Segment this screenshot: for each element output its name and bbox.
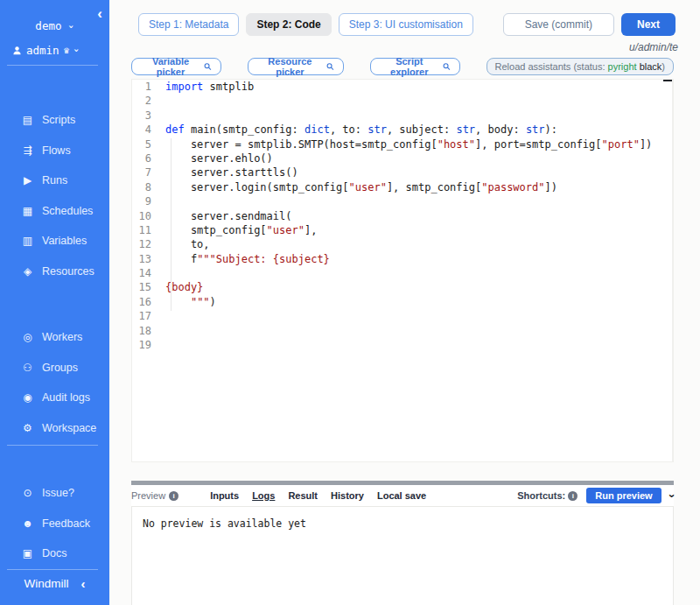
sidebar-item-scripts[interactable]: ▤Scripts — [0, 105, 109, 136]
preview-output: No preview is available yet — [131, 506, 674, 605]
runs-icon: ▶ — [21, 174, 34, 186]
github-icon: ⊙ — [21, 487, 34, 499]
scripts-icon: ▤ — [21, 114, 34, 126]
preview-tab-history[interactable]: History — [331, 490, 364, 501]
code-line[interactable]: 3 — [132, 109, 673, 123]
code-text — [151, 309, 165, 323]
line-number: 6 — [132, 151, 151, 165]
info-icon[interactable]: i — [169, 491, 178, 501]
chevron-down-icon: › — [71, 47, 82, 53]
code-line[interactable]: 11 smtp_config["user"], — [132, 223, 673, 237]
preview-header: Preview i InputsLogsResultHistoryLocal s… — [131, 485, 674, 506]
discord-icon: ☻ — [21, 517, 34, 530]
code-text: """) — [151, 295, 216, 309]
book-icon: ▣ — [21, 547, 34, 559]
chevron-down-icon[interactable]: › — [665, 494, 678, 497]
code-line[interactable]: 14 — [132, 266, 673, 280]
search-icon — [326, 62, 334, 71]
crown-icon: ♛ — [64, 45, 70, 56]
sidebar-item-label: Workers — [42, 331, 82, 343]
workers-icon: ◎ — [21, 331, 34, 343]
code-line[interactable]: 13 f"""Subject: {subject} — [132, 252, 673, 266]
variable-picker-button[interactable]: Variable picker — [131, 58, 221, 75]
brand-row: Windmill ‹ — [0, 576, 109, 591]
line-number: 14 — [132, 266, 151, 280]
code-line[interactable]: 19 — [132, 338, 673, 352]
sidebar-item-workers[interactable]: ◎Workers — [0, 322, 109, 353]
tab-step1-metadata[interactable]: Step 1: Metadata — [138, 13, 239, 36]
line-number: 7 — [132, 165, 151, 179]
code-text: def main(smtp_config: dict, to: str, sub… — [151, 123, 557, 137]
flows-icon: ⇶ — [21, 144, 34, 157]
code-line[interactable]: 2 — [132, 94, 673, 108]
code-editor[interactable]: 1import smtplib234def main(smtp_config: … — [131, 79, 674, 462]
sidebar-item-workspace[interactable]: ⚙Workspace — [0, 413, 109, 444]
search-icon — [443, 62, 451, 71]
line-number: 16 — [132, 295, 151, 309]
code-line[interactable]: 7 server.starttls() — [132, 165, 673, 179]
picker-label: Variable picker — [141, 56, 200, 77]
code-text: server.starttls() — [151, 165, 298, 179]
sidebar-item-issue[interactable]: ⊙Issue? — [0, 478, 109, 509]
sidebar-item-feedback[interactable]: ☻Feedback — [0, 509, 109, 539]
code-text: f"""Subject: {subject} — [151, 252, 330, 266]
sidebar-item-docs[interactable]: ▣Docs — [0, 538, 109, 569]
code-line[interactable]: 18 — [132, 324, 673, 338]
sidebar-item-label: Resources — [42, 265, 94, 278]
variables-icon: ▥ — [21, 235, 34, 247]
sidebar-item-groups[interactable]: ⚇Groups — [0, 353, 109, 383]
code-line[interactable]: 4def main(smtp_config: dict, to: str, su… — [132, 123, 673, 137]
user-icon — [12, 46, 22, 55]
sidebar-item-label: Variables — [42, 235, 87, 247]
code-line[interactable]: 12 to, — [132, 237, 673, 251]
next-button[interactable]: Next — [621, 13, 676, 36]
line-number: 8 — [132, 180, 151, 194]
sidebar-item-label: Scripts — [42, 114, 75, 126]
tab-step3-ui-customisation[interactable]: Step 3: UI customisation — [339, 13, 473, 36]
script-explorer-button[interactable]: Script explorer — [370, 58, 460, 75]
sidebar-item-audit-logs[interactable]: ◉Audit logs — [0, 383, 109, 413]
line-number: 12 — [132, 237, 151, 251]
line-number: 10 — [132, 209, 151, 223]
save-commit-button[interactable]: Save (commit) — [503, 13, 614, 36]
info-icon[interactable]: i — [568, 491, 578, 501]
code-text: server = smtplib.SMTP(host=smtp_config["… — [151, 137, 652, 151]
workspace-icon: ⚙ — [21, 422, 34, 434]
sidebar-item-label: Runs — [42, 174, 67, 186]
reload-assistants-button[interactable]: Reload assistants (status: pyright black… — [486, 58, 674, 75]
user-menu[interactable]: admin ♛ › — [12, 44, 80, 57]
code-text — [151, 266, 165, 280]
code-line[interactable]: 8 server.login(smtp_config["user"], smtp… — [132, 180, 673, 194]
sidebar-item-runs[interactable]: ▶Runs — [0, 165, 109, 196]
code-line[interactable]: 5 server = smtplib.SMTP(host=smtp_config… — [132, 137, 673, 151]
workspace-selector[interactable]: demo › — [0, 19, 109, 32]
sidebar-item-schedules[interactable]: ▦Schedules — [0, 196, 109, 227]
sidebar-item-label: Audit logs — [42, 391, 90, 404]
picker-label: Script explorer — [380, 56, 439, 77]
code-line[interactable]: 17 — [132, 309, 673, 323]
code-line[interactable]: 1import smtplib — [132, 80, 673, 94]
preview-tab-local-save[interactable]: Local save — [377, 490, 426, 501]
preview-tab-logs[interactable]: Logs — [252, 490, 275, 501]
sidebar-item-label: Issue? — [42, 487, 74, 499]
code-line[interactable]: 10 server.sendmail( — [132, 209, 673, 223]
sidebar-item-flows[interactable]: ⇶Flows — [0, 136, 109, 166]
pyright-status: pyright — [608, 61, 637, 72]
chevron-down-icon: › — [66, 24, 77, 30]
resources-icon: ◈ — [21, 265, 34, 278]
preview-tab-inputs[interactable]: Inputs — [210, 490, 239, 501]
line-number: 15 — [132, 280, 151, 294]
groups-icon: ⚇ — [21, 362, 34, 374]
code-line[interactable]: 6 server.ehlo() — [132, 151, 673, 165]
run-preview-button[interactable]: Run preview — [586, 488, 661, 503]
sidebar-item-variables[interactable]: ▥Variables — [0, 226, 109, 257]
main-content: Variable pickerResource pickerScript exp… — [131, 56, 674, 605]
resource-picker-button[interactable]: Resource picker — [248, 58, 344, 75]
sidebar-collapse-icon[interactable]: ‹ — [81, 576, 86, 591]
code-line[interactable]: 9 — [132, 194, 673, 208]
preview-tab-result[interactable]: Result — [288, 490, 318, 501]
tab-step2-code[interactable]: Step 2: Code — [246, 13, 331, 36]
code-line[interactable]: 15{body} — [132, 280, 673, 294]
code-line[interactable]: 16 """) — [132, 295, 673, 309]
sidebar-item-resources[interactable]: ◈Resources — [0, 257, 109, 287]
